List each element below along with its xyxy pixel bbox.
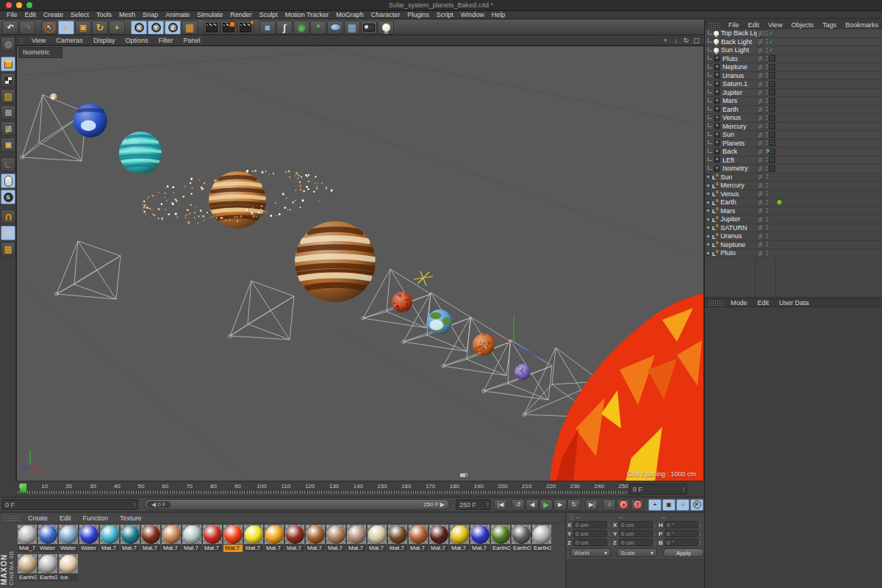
material-menu-create[interactable]: Create xyxy=(22,514,54,522)
layer-dots-icon[interactable] xyxy=(766,250,768,257)
display-override-icon[interactable] xyxy=(769,115,775,121)
display-override-icon[interactable] xyxy=(769,72,775,79)
viewport-menu-filter[interactable]: Filter xyxy=(153,37,178,44)
render-view-button[interactable] xyxy=(204,21,220,35)
display-override-icon[interactable] xyxy=(769,165,775,172)
display-override-icon[interactable] xyxy=(769,132,775,138)
material-swatch[interactable]: Mat.7 xyxy=(326,525,345,552)
layer-dots-icon[interactable] xyxy=(766,98,768,104)
object-row-neptune-25[interactable]: +L0Neptune╱ xyxy=(705,241,882,250)
apply-button[interactable]: Apply xyxy=(663,548,704,557)
material-swatch[interactable]: Mat.7 xyxy=(347,525,366,552)
layer-dots-icon[interactable] xyxy=(766,241,768,248)
menu-create[interactable]: Create xyxy=(40,11,67,18)
coordinate-field-y-0[interactable]: 0 cm xyxy=(573,530,607,537)
add-primitive-button[interactable]: ■ xyxy=(259,21,276,35)
goto-start-button[interactable]: |◀ xyxy=(494,499,507,511)
object-row-jupiter-22[interactable]: +L0Jupiter╱ xyxy=(705,215,882,224)
deformers-button[interactable] xyxy=(327,21,343,35)
coordinate-field-y-1[interactable]: 0 cm xyxy=(619,530,653,537)
layer-dots-icon[interactable] xyxy=(766,115,768,121)
display-override-icon[interactable] xyxy=(769,123,775,129)
layer-dots-icon[interactable] xyxy=(766,132,768,138)
object-row-sun-17[interactable]: +L0Sun╱ xyxy=(705,173,882,182)
material-swatch[interactable]: Mat.7 xyxy=(450,525,469,552)
coordinate-field-z-0[interactable]: 0 cm xyxy=(573,539,607,546)
menu-animate[interactable]: Animate xyxy=(162,11,193,18)
object-row-earth-20[interactable]: +L0Earth╱ xyxy=(705,198,882,207)
object-row-left-15[interactable]: +LEft╱ xyxy=(705,157,882,165)
key-position-button[interactable]: + xyxy=(648,499,662,511)
material-menu-edit[interactable]: Edit xyxy=(54,514,77,522)
range-start-grip[interactable]: ◀ 0 F xyxy=(147,501,171,508)
render-picture-viewer-button[interactable] xyxy=(220,21,237,35)
polygons-mode-button[interactable] xyxy=(1,137,15,152)
scale-mode-select[interactable]: Scale▾ xyxy=(617,548,657,557)
visibility-toggle-icon[interactable]: ╱ xyxy=(757,199,764,206)
expand-icon[interactable]: + xyxy=(706,242,711,247)
stepper-icon[interactable]: ↕ xyxy=(682,486,686,492)
layer-dots-icon[interactable] xyxy=(766,30,768,37)
lock-x-axis-button[interactable]: X xyxy=(131,21,147,35)
coordinate-field-p-2[interactable]: 0 ° xyxy=(664,530,698,537)
menu-plugins[interactable]: Plugins xyxy=(404,11,433,18)
material-swatch[interactable]: Mat.7 xyxy=(368,525,387,552)
stepper-icon[interactable]: ↕ xyxy=(133,501,137,508)
visibility-toggle-icon[interactable]: ╱ xyxy=(757,140,764,146)
object-row-mercury-18[interactable]: +L0Mercury╱ xyxy=(705,182,882,190)
panel-grip-icon[interactable] xyxy=(3,515,20,521)
object-row-saturn-1-6[interactable]: +Saturn.1╱ xyxy=(705,80,882,89)
menu-mograph[interactable]: MoGraph xyxy=(332,11,368,18)
material-swatch[interactable]: Mat.7 xyxy=(162,525,181,552)
object-row-uranus-24[interactable]: +L0Uranus╱ xyxy=(705,232,882,241)
previous-frame-button[interactable]: ◀ xyxy=(526,499,539,511)
coordinate-field-b-2[interactable]: 0 ° xyxy=(664,539,698,546)
material-swatch[interactable]: EarthGr xyxy=(18,554,37,581)
panel-grip-icon[interactable] xyxy=(708,300,723,306)
viewport-menu-cameras[interactable]: Cameras xyxy=(51,37,88,44)
material-swatch[interactable]: Mat.7 xyxy=(470,525,490,552)
material-swatch[interactable]: EarthGr xyxy=(512,525,531,552)
material-swatch[interactable]: Mat.7 xyxy=(182,525,201,552)
viewport-camera-label[interactable]: Isometric xyxy=(18,47,62,58)
key-parameter-button[interactable]: P xyxy=(690,499,703,511)
position-space-select[interactable]: World▾ xyxy=(570,548,611,557)
object-row-mars-21[interactable]: +L0Mars╱ xyxy=(705,207,882,216)
expand-icon[interactable]: + xyxy=(706,200,711,205)
menu-select[interactable]: Select xyxy=(67,11,93,18)
material-swatch[interactable]: Mat.7 xyxy=(265,525,284,552)
display-override-icon[interactable] xyxy=(769,89,775,96)
rotate-tool-button[interactable]: ↻ xyxy=(92,21,108,35)
material-menu-function[interactable]: Function xyxy=(77,514,115,522)
undo-button[interactable]: ↶ xyxy=(2,21,18,35)
object-row-uranus-5[interactable]: +Uranus╱ xyxy=(705,72,882,81)
material-swatch[interactable]: EarthGr xyxy=(491,525,510,552)
menu-help[interactable]: Help xyxy=(488,11,509,18)
viewport-menu-panel[interactable]: Panel xyxy=(178,37,205,44)
layer-dots-icon[interactable] xyxy=(766,81,768,87)
material-swatch[interactable]: Mat.7 xyxy=(306,525,325,552)
enabled-check-icon[interactable]: ✓ xyxy=(769,47,774,54)
visibility-toggle-icon[interactable]: ╱ xyxy=(757,241,764,248)
material-swatch[interactable]: Mat.7 xyxy=(388,525,407,552)
menu-file[interactable]: File xyxy=(3,11,21,18)
panel-grip-icon[interactable] xyxy=(569,514,574,520)
material-swatch[interactable]: Mat.7 xyxy=(141,525,160,552)
timeline-frame-field[interactable]: 0 F ↕ xyxy=(629,484,687,495)
visibility-toggle-icon[interactable]: ╱ xyxy=(757,224,764,231)
loop-button[interactable]: ↻ xyxy=(567,499,581,511)
move-tool-button[interactable]: + xyxy=(58,21,74,35)
expand-icon[interactable]: + xyxy=(706,174,711,179)
display-override-icon[interactable] xyxy=(769,140,775,146)
menu-script[interactable]: Script xyxy=(433,11,457,18)
lock-y-axis-button[interactable]: Y xyxy=(148,21,164,35)
material-swatch[interactable]: Mat.7 xyxy=(244,525,263,552)
object-row-mercury-11[interactable]: +Mercury╱ xyxy=(705,123,882,132)
visibility-toggle-icon[interactable]: ╱ xyxy=(757,106,764,112)
model-mode-button[interactable] xyxy=(1,57,15,71)
om-menu-objects[interactable]: Objects xyxy=(786,21,818,29)
end-frame-field[interactable]: 250 F ↕ xyxy=(456,499,491,510)
material-swatch[interactable]: Mat.7 xyxy=(100,525,119,552)
visibility-toggle-icon[interactable]: ╱ xyxy=(757,173,764,180)
object-row-saturn-23[interactable]: +L0SATURN╱ xyxy=(705,224,882,233)
